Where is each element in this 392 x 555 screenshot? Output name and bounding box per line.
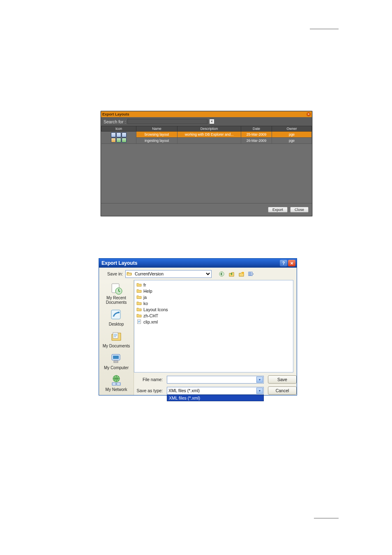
dlg1-titlebar[interactable]: Export Layouts ✕ (101, 111, 312, 117)
savein-label: Save in: (102, 271, 123, 276)
col-owner[interactable]: Owner (272, 126, 312, 132)
places-bar: My Recent Documents Desktop My Documents… (99, 280, 134, 395)
dlg1-footer: Export Close (101, 204, 312, 216)
cell-date: 26-Mar-2009 (241, 138, 272, 144)
close-icon[interactable]: ✕ (288, 260, 295, 266)
views-icon[interactable] (247, 270, 255, 278)
export-button[interactable]: Export (268, 207, 288, 213)
cell-name: ingesting layout (136, 138, 178, 144)
search-input[interactable] (127, 119, 208, 124)
network-icon (110, 374, 123, 387)
savein-row: Save in: CurrentVersion (99, 268, 297, 280)
table-row[interactable]: browsing layout working with DB Explorer… (101, 132, 312, 138)
layouts-table: Icon Name Description Date Owner browsin… (101, 126, 312, 144)
svg-rect-5 (111, 310, 120, 319)
place-label: My Recent Documents (106, 296, 127, 305)
save-button[interactable]: Save (268, 375, 297, 384)
places-mynetwork[interactable]: My Network (100, 372, 132, 394)
list-item[interactable]: Help (136, 288, 291, 294)
dlg2-title-text: Export Layouts (101, 260, 137, 266)
folder-icon (136, 313, 142, 318)
dlg2-titlebar[interactable]: Export Layouts ? ✕ (99, 259, 297, 268)
col-icon[interactable]: Icon (101, 126, 136, 132)
places-desktop[interactable]: Desktop (100, 307, 132, 329)
cell-desc: working with DB Explorer and... (178, 132, 241, 138)
cell-owner: pge (272, 138, 312, 144)
clear-search-icon[interactable]: ✕ (209, 119, 214, 124)
cell-name: browsing layout (136, 132, 178, 138)
layout-thumb-icon (102, 138, 136, 143)
col-desc[interactable]: Description (178, 126, 241, 132)
mydocs-icon (110, 330, 123, 343)
table-empty-area (101, 144, 312, 204)
footer-rule (314, 518, 339, 518)
computer-icon (110, 352, 123, 365)
export-layouts-dialog-dark: Export Layouts ✕ Search for : ✕ Icon Nam… (101, 111, 312, 216)
folder-icon (136, 307, 142, 312)
folder-icon (136, 301, 142, 305)
open-folder-icon (127, 271, 132, 276)
file-name: Help (143, 289, 152, 294)
cancel-button[interactable]: Cancel (268, 386, 297, 395)
search-row: Search for : ✕ (101, 117, 312, 126)
folder-icon (136, 295, 142, 299)
list-item[interactable]: fr (136, 282, 291, 288)
place-label: My Documents (103, 344, 130, 348)
svg-rect-12 (112, 383, 116, 385)
saveastype-dropdown[interactable]: XML files (*.xml) ▾ XML files (*.xml) (167, 387, 264, 395)
place-label: My Computer (104, 365, 129, 370)
list-item[interactable]: ja (136, 294, 291, 300)
cell-desc (178, 138, 241, 144)
svg-rect-9 (113, 356, 119, 359)
recent-docs-icon (110, 282, 123, 295)
places-recent[interactable]: My Recent Documents (100, 281, 132, 307)
saveastype-value: XML files (*.xml) (168, 388, 200, 393)
list-item[interactable]: ko (136, 300, 291, 306)
svg-rect-13 (117, 383, 120, 385)
place-label: My Network (106, 387, 127, 392)
folder-icon (136, 282, 142, 287)
chevron-down-icon[interactable]: ▾ (256, 377, 263, 383)
layout-thumb-icon (102, 132, 136, 137)
header-rule (310, 29, 339, 29)
col-date[interactable]: Date (241, 126, 272, 132)
list-item[interactable]: Layout Icons (136, 306, 291, 312)
chevron-down-icon[interactable]: ▾ (256, 388, 263, 394)
desktop-icon (110, 308, 123, 321)
svg-point-6 (118, 312, 120, 313)
export-layouts-saveas-dialog: Export Layouts ? ✕ Save in: CurrentVersi… (99, 258, 297, 395)
svg-point-0 (219, 271, 224, 276)
file-name: Layout Icons (143, 307, 168, 312)
new-folder-icon[interactable] (237, 270, 245, 278)
cell-owner: pge (272, 132, 312, 138)
place-label: Desktop (109, 322, 124, 326)
saveastype-open-option[interactable]: XML files (*.xml) (167, 395, 264, 401)
close-icon[interactable]: ✕ (307, 112, 311, 116)
up-one-level-icon[interactable] (227, 270, 235, 278)
close-button[interactable]: Close (290, 207, 309, 213)
cell-date: 25-Mar-2009 (241, 132, 272, 138)
option-label: XML files (*.xml) (169, 395, 200, 400)
list-item[interactable]: zh-CHT (136, 312, 291, 319)
help-icon[interactable]: ? (280, 260, 287, 266)
filename-label: File name: (134, 377, 163, 382)
file-name: ko (143, 301, 148, 306)
file-name: zh-CHT (143, 313, 158, 318)
file-name: clip.xml (143, 319, 158, 324)
places-mycomputer[interactable]: My Computer (100, 351, 132, 372)
col-name[interactable]: Name (136, 126, 178, 132)
filename-input[interactable]: ▾ (167, 376, 264, 384)
list-item[interactable]: clip.xml (136, 319, 291, 325)
file-name: ja (143, 295, 147, 300)
file-name: fr (143, 282, 146, 287)
xml-file-icon (136, 319, 142, 324)
saveastype-label: Save as type: (134, 388, 163, 393)
back-icon[interactable] (217, 270, 226, 278)
search-label: Search for : (104, 119, 126, 124)
folder-icon (136, 289, 142, 293)
svg-rect-10 (114, 361, 118, 363)
savein-dropdown[interactable]: CurrentVersion (125, 270, 212, 278)
file-list[interactable]: fr Help ja ko Layout Icons zh-CHT clip.x… (134, 280, 293, 372)
table-header-row[interactable]: Icon Name Description Date Owner (101, 126, 312, 132)
places-mydocs[interactable]: My Documents (100, 329, 132, 351)
